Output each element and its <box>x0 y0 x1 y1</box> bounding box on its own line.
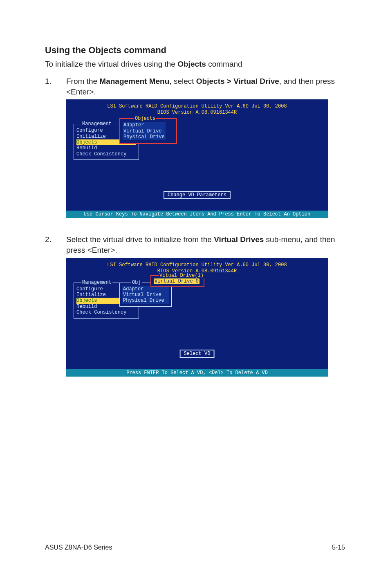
s2-pre: Select the virtual drive to initialize f… <box>66 235 214 244</box>
bios-screenshot-2: LSI Software RAID Configuration Utility … <box>66 258 328 377</box>
obj-item-virtual-drive[interactable]: Virtual Drive <box>122 292 169 298</box>
bios1-header-line1: LSI Software RAID Configuration Utility … <box>68 103 326 110</box>
bios-screenshot-1: LSI Software RAID Configuration Utility … <box>66 99 328 218</box>
mgmt-item-rebuild[interactable]: Rebuild <box>76 145 136 151</box>
bios2-instruction: Select VD <box>180 350 215 358</box>
step-number: 2. <box>45 234 66 255</box>
virtual-drive-submenu: Vitual Drive(1) Virtual Drive 0 <box>150 275 204 287</box>
intro-bold: Objects <box>177 60 206 68</box>
obj-item-adapter[interactable]: Adapter <box>122 286 169 292</box>
intro-text: To initialize the virtual drives using t… <box>45 60 345 69</box>
footer-right: 5-15 <box>332 544 345 551</box>
mgmt-item-check-consistency[interactable]: Check Consistency <box>76 310 136 315</box>
obj-item-physical-drive[interactable]: Physical Drive <box>123 134 166 140</box>
vd-item-0[interactable]: Virtual Drive 0 <box>154 278 199 284</box>
intro-pre: To initialize the virtual drives using t… <box>45 60 177 68</box>
management-menu-title: Management <box>81 280 112 285</box>
step-2: 2. Select the virtual drive to initializ… <box>45 234 345 255</box>
bios1-footer: Use Cursor Keys To Navigate Between Item… <box>66 211 328 218</box>
step-body: Select the virtual drive to initialize f… <box>66 234 345 255</box>
obj-item-physical-drive[interactable]: Physical Drive <box>122 298 169 303</box>
s2-b1: Virtual Drives <box>214 235 264 244</box>
objects-submenu: Objects Adapter Virtual Drive Physical D… <box>119 118 177 144</box>
intro-post: command <box>206 60 242 68</box>
obj-item-adapter[interactable]: Adapter <box>123 122 166 128</box>
management-menu-title: Management <box>81 121 112 127</box>
step-body: From the Management Menu, select Objects… <box>66 76 345 97</box>
section-heading: Using the Objects command <box>45 45 345 56</box>
bios2-header-line1: LSI Software RAID Configuration Utility … <box>68 262 326 268</box>
step-number: 1. <box>45 76 66 97</box>
bios2-footer: Press ENTER To Select A VD, <Del> To Del… <box>66 369 328 377</box>
mgmt-item-check-consistency[interactable]: Check Consistency <box>76 151 136 157</box>
footer-left: ASUS Z8NA-D6 Series <box>45 544 112 551</box>
page-footer: ASUS Z8NA-D6 Series 5-15 <box>0 538 390 588</box>
s1-mid: , select <box>169 77 196 85</box>
s1-pre: From the <box>66 77 99 85</box>
step-1: 1. From the Management Menu, select Obje… <box>45 76 345 97</box>
objects-submenu-title: Obj <box>131 280 142 285</box>
bios1-instruction: Change VD Parameters <box>164 191 231 199</box>
objects-submenu-title: Objects <box>134 116 156 121</box>
obj-item-virtual-drive[interactable]: Virtual Drive <box>123 128 166 134</box>
s1-b2: Objects > Virtual Drive <box>196 77 279 85</box>
s1-b1: Management Menu <box>99 77 169 85</box>
virtual-drive-submenu-title: Vitual Drive(1) <box>159 273 204 278</box>
bios1-header-line2: BIOS Version A.08.09161344R <box>68 110 326 116</box>
